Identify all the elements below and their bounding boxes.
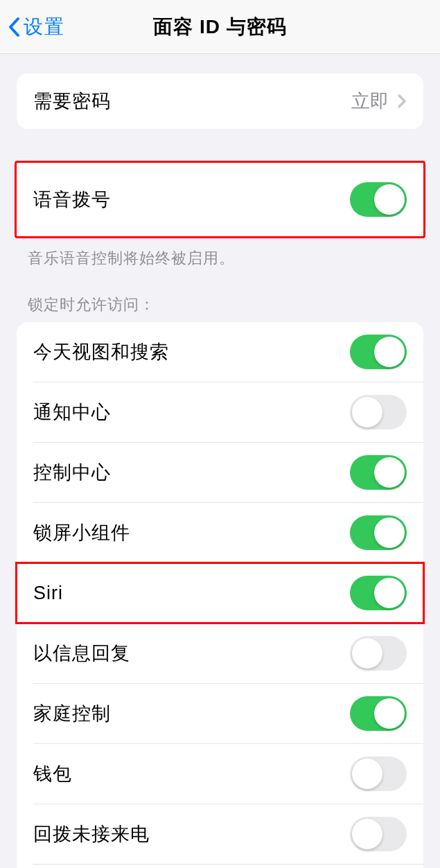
notification-center-toggle[interactable] bbox=[350, 395, 407, 429]
notification-center-label: 通知中心 bbox=[33, 400, 111, 425]
voice-dial-toggle[interactable] bbox=[350, 182, 407, 217]
wallet-toggle[interactable] bbox=[350, 756, 407, 791]
siri-toggle[interactable] bbox=[350, 576, 407, 610]
control-center-label: 控制中心 bbox=[33, 460, 111, 485]
home-control-label: 家庭控制 bbox=[33, 701, 111, 726]
today-view-row: 今天视图和搜索 bbox=[17, 322, 423, 382]
today-view-label: 今天视图和搜索 bbox=[33, 339, 169, 364]
voice-dial-group: 语音拨号 bbox=[15, 161, 425, 238]
require-passcode-value: 立即 bbox=[351, 89, 407, 114]
chevron-right-icon bbox=[397, 94, 407, 109]
voice-dial-row: 语音拨号 bbox=[17, 163, 423, 236]
control-center-row: 控制中心 bbox=[17, 443, 423, 502]
today-view-toggle[interactable] bbox=[350, 335, 407, 369]
reply-with-message-label: 以信息回复 bbox=[33, 641, 130, 666]
require-passcode-group: 需要密码 立即 bbox=[17, 73, 423, 129]
chevron-left-icon bbox=[6, 15, 22, 39]
lock-screen-widgets-toggle[interactable] bbox=[350, 515, 407, 550]
voice-dial-label: 语音拨号 bbox=[33, 187, 111, 212]
page-title: 面容 ID 与密码 bbox=[0, 14, 440, 40]
lock-screen-widgets-row: 锁屏小组件 bbox=[17, 503, 423, 563]
usb-accessories-row: USB 配件 bbox=[17, 865, 423, 868]
return-missed-calls-label: 回拨未接来电 bbox=[33, 822, 150, 847]
lock-access-group: 今天视图和搜索 通知中心 控制中心 锁屏小组件 Siri 以信息回复 bbox=[17, 322, 423, 868]
siri-row: Siri bbox=[17, 563, 423, 623]
wallet-row: 钱包 bbox=[17, 744, 423, 804]
back-button[interactable]: 设置 bbox=[0, 14, 65, 40]
voice-dial-footer: 音乐语音控制将始终被启用。 bbox=[0, 238, 440, 269]
return-missed-calls-row: 回拨未接来电 bbox=[17, 804, 423, 864]
return-missed-calls-toggle[interactable] bbox=[350, 817, 407, 851]
require-passcode-row[interactable]: 需要密码 立即 bbox=[17, 73, 423, 129]
require-passcode-label: 需要密码 bbox=[33, 89, 111, 114]
control-center-toggle[interactable] bbox=[350, 455, 407, 490]
home-control-toggle[interactable] bbox=[350, 696, 407, 731]
siri-label: Siri bbox=[33, 583, 63, 604]
reply-with-message-row: 以信息回复 bbox=[17, 623, 423, 683]
wallet-label: 钱包 bbox=[33, 761, 72, 786]
home-control-row: 家庭控制 bbox=[17, 684, 423, 743]
navigation-bar: 设置 面容 ID 与密码 bbox=[0, 0, 440, 54]
notification-center-row: 通知中心 bbox=[17, 382, 423, 442]
reply-with-message-toggle[interactable] bbox=[350, 636, 407, 671]
lock-screen-widgets-label: 锁屏小组件 bbox=[33, 520, 130, 545]
lock-access-header: 锁定时允许访问： bbox=[0, 269, 440, 322]
back-label: 设置 bbox=[24, 14, 65, 40]
